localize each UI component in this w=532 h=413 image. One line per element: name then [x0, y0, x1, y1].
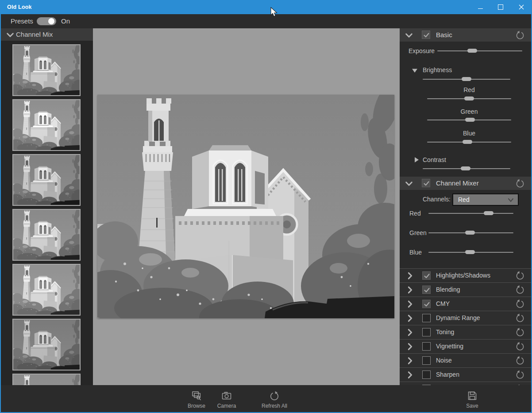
slider-handle[interactable] [465, 118, 475, 122]
section-row-highlights-shadows[interactable]: Highlights/Shadows [400, 268, 532, 282]
maximize-button[interactable] [490, 0, 511, 14]
adjustments-panel: Basic Exposure Brightness Red Green Blue… [400, 28, 532, 385]
vignetting-reset-icon[interactable] [515, 341, 525, 351]
blending-reset-icon[interactable] [515, 285, 525, 294]
noise-checkbox[interactable] [422, 356, 431, 365]
preset-thumbnail-6[interactable] [12, 319, 81, 371]
channel-mixer-reset-icon[interactable] [515, 178, 525, 188]
section-label: Blending [436, 283, 460, 297]
exposure-slider[interactable] [437, 49, 522, 53]
brightness-blue-label: Blue [427, 129, 511, 137]
chevron-right-icon [405, 328, 414, 337]
channel-mix-header[interactable]: Channel Mix [0, 28, 93, 41]
titlebar: Old Look [0, 0, 532, 14]
brightness-slider[interactable] [423, 77, 510, 81]
toggle-knob [48, 18, 54, 24]
slider-handle[interactable] [464, 96, 474, 100]
chevron-right-icon [405, 300, 414, 309]
sharpen-checkbox[interactable] [422, 371, 431, 379]
basic-title: Basic [436, 28, 452, 42]
mixer-blue-slider[interactable] [428, 250, 513, 255]
chevron-right-icon [405, 371, 414, 379]
browse-icon [191, 390, 202, 401]
dynamic-range-checkbox[interactable] [422, 314, 431, 322]
section-label: CMY [436, 297, 450, 311]
vignetting-checkbox[interactable] [422, 342, 431, 351]
app-window: Old Look Presets On Channel Mix [0, 0, 532, 413]
save-button[interactable]: Save [452, 390, 492, 411]
chevron-down-icon [508, 198, 514, 202]
cmy-checkbox[interactable] [422, 300, 431, 308]
brightness-blue-slider[interactable] [427, 140, 511, 144]
toning-checkbox[interactable] [422, 328, 431, 336]
noise-reset-icon[interactable] [515, 355, 525, 365]
mixer-green-slider[interactable] [428, 231, 513, 235]
section-row-vignetting[interactable]: Vignetting [400, 339, 532, 353]
toning-reset-icon[interactable] [515, 327, 525, 337]
section-label: Vignetting [436, 340, 463, 353]
section-row-dynamic-range[interactable]: Dynamic Range [400, 311, 532, 325]
refresh-all-button[interactable]: Refresh All [254, 390, 294, 411]
slider-handle[interactable] [484, 211, 493, 215]
section-row-toning[interactable]: Toning [400, 325, 532, 339]
highlights-shadows-reset-icon[interactable] [515, 270, 525, 280]
camera-label: Camera [217, 403, 236, 409]
channel-mixer-section-header[interactable]: Channel Mixer [400, 177, 532, 190]
presets-toggle[interactable] [37, 17, 56, 25]
basic-section-header[interactable]: Basic [400, 28, 532, 42]
preset-thumbnail-1[interactable] [12, 44, 81, 96]
preset-thumbnail-2[interactable] [12, 99, 81, 151]
preset-preview-image [13, 320, 80, 370]
basic-checkbox[interactable] [422, 31, 430, 39]
slider-track [428, 213, 513, 214]
slider-handle[interactable] [465, 231, 475, 235]
camera-button[interactable]: Camera [207, 390, 247, 411]
channel-mix-title: Channel Mix [16, 28, 53, 41]
close-button[interactable] [511, 0, 532, 14]
minimize-button[interactable] [470, 0, 490, 14]
channel-mixer-checkbox[interactable] [422, 179, 430, 187]
check-icon [423, 286, 430, 293]
preset-preview-image [13, 265, 80, 315]
preset-thumbnail-3[interactable] [12, 154, 81, 206]
preset-preview-image [13, 155, 80, 205]
slider-handle[interactable] [461, 166, 470, 170]
brightness-expander-icon[interactable] [412, 67, 418, 73]
channels-dropdown[interactable]: Red [452, 193, 519, 206]
slider-handle[interactable] [462, 77, 471, 81]
blending-checkbox[interactable] [422, 286, 431, 294]
mixer-blue-label: Blue [409, 248, 422, 256]
sharpen-reset-icon[interactable] [515, 370, 525, 379]
slider-handle[interactable] [463, 140, 472, 144]
basic-reset-icon[interactable] [515, 30, 525, 40]
dynamic-range-reset-icon[interactable] [515, 313, 525, 323]
mixer-red-label: Red [409, 209, 421, 217]
brightness-green-slider[interactable] [427, 118, 511, 122]
preset-thumbnail-4[interactable] [12, 209, 81, 261]
contrast-slider[interactable] [423, 166, 510, 171]
channels-dropdown-value: Red [458, 194, 470, 205]
preset-thumbnail-7[interactable] [12, 374, 81, 385]
presets-label: Presets [11, 14, 33, 28]
slider-handle[interactable] [467, 49, 477, 53]
contrast-expander-icon[interactable] [413, 157, 419, 163]
preset-thumbnail-5[interactable] [12, 264, 81, 316]
check-icon [423, 180, 430, 187]
chevron-right-icon [405, 356, 414, 365]
brightness-red-slider[interactable] [427, 96, 511, 101]
section-row-cmy[interactable]: CMY [400, 297, 532, 311]
bottom-toolbar: Browse Camera Refresh All Save [0, 385, 532, 413]
contrast-label: Contrast [423, 156, 446, 164]
section-row-sharpen[interactable]: Sharpen [400, 367, 532, 382]
slider-handle[interactable] [465, 250, 475, 254]
section-row-noise[interactable]: Noise [400, 353, 532, 367]
section-row-blending[interactable]: Blending [400, 282, 532, 297]
section-row-partial[interactable] [400, 382, 532, 385]
brightness-green-label: Green [427, 108, 511, 116]
highlights-shadows-checkbox[interactable] [422, 271, 431, 280]
cmy-reset-icon[interactable] [515, 299, 525, 309]
refresh-icon [269, 390, 280, 401]
mixer-red-slider[interactable] [428, 211, 513, 216]
chevron-right-icon [405, 314, 414, 323]
mouse-cursor [270, 7, 281, 19]
